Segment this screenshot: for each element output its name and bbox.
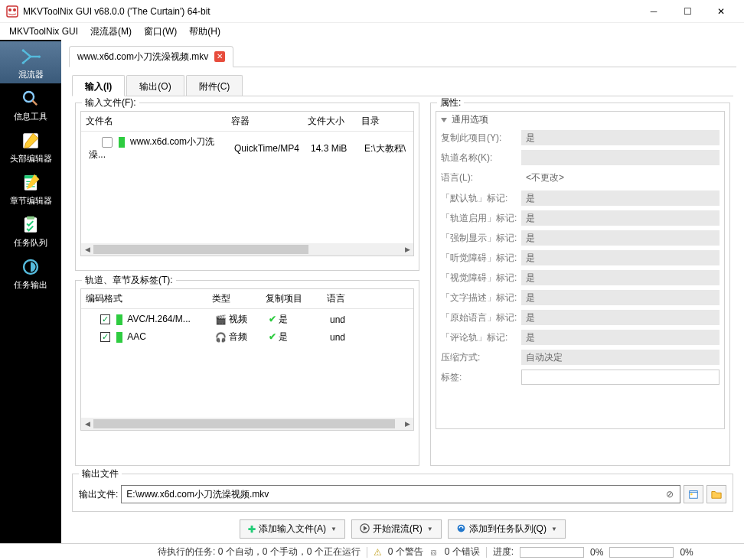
svg-point-6 [24,92,34,102]
horizontal-scrollbar[interactable]: ◀ ▶ [81,243,413,256]
add-to-queue-button[interactable]: 添加到任务队列(Q) ▼ [448,519,566,539]
sidebar-item-label: 头部编辑器 [10,153,52,164]
track-checkbox[interactable]: ✓ [100,332,110,342]
progress-label: 进度: [493,545,514,558]
dropdown-icon[interactable]: ▼ [551,526,557,532]
chapter-icon [18,172,43,194]
scroll-right-arrow[interactable]: ▶ [401,418,413,430]
track-type: 视频 [229,314,247,324]
prop-label: 「原始语言」标记: [441,311,521,324]
track-lang: und [325,314,410,326]
col-container[interactable]: 容器 [227,112,303,131]
tab-output[interactable]: 输出(O) [126,75,184,96]
menu-window[interactable]: 窗口(W) [138,24,183,40]
prop-tags[interactable] [521,370,720,385]
col-filename[interactable]: 文件名 [81,112,227,131]
tracks-list[interactable]: 编码格式 类型 复制项目 语言 ✓ [80,288,414,431]
col-codec[interactable]: 编码格式 [81,289,207,308]
prop-enabled-flag[interactable] [521,210,720,226]
prop-original-lang-flag[interactable] [521,310,720,325]
track-row[interactable]: ✓ AAC 🎧音频 ✔ 是 und [81,328,413,346]
action-bar: ✚ 添加输入文件(A) ▼ 开始混流(R) ▼ 添加到任务队列(Q) ▼ [69,515,736,543]
browse-folder-button[interactable] [706,485,726,503]
sidebar-item-job-output[interactable]: 任务输出 [0,252,61,294]
start-mux-button[interactable]: 开始混流(R) ▼ [351,519,442,539]
dropdown-icon[interactable]: ▼ [427,526,433,532]
track-row[interactable]: ✓ AVC/H.264/M... 🎬视频 ✔ 是 und [81,311,413,328]
status-indicator [119,137,125,148]
output-path-input[interactable]: E:\www.x6d.com小刀洗澡视频.mkv ⊘ [121,485,680,503]
col-copy[interactable]: 复制项目 [261,289,322,308]
scroll-left-arrow[interactable]: ◀ [81,243,93,256]
title-bar: MKVToolNix GUI v68.0.0 ('The Curtain') 6… [0,0,744,23]
sidebar-item-header-editor[interactable]: 头部编辑器 [0,125,61,168]
file-tabs: www.x6d.com小刀洗澡视频.mkv ✕ [69,46,736,67]
status-jobs: 待执行的任务: 0 个自动，0 个手动，0 个正在运行 [158,545,361,558]
sidebar-item-label: 章节编辑器 [10,195,52,207]
sidebar-item-label: 任务队列 [14,237,47,249]
prop-label: 「强制显示」标记: [441,232,521,245]
properties-list[interactable]: 通用选项 复制此项目(Y): 轨道名称(K): 语言(L):<不更改> 「默认轨… [436,111,725,429]
prop-track-name[interactable] [521,150,720,165]
scroll-right-arrow[interactable]: ▶ [401,243,413,256]
prop-compression[interactable] [521,350,720,365]
add-input-file-button[interactable]: ✚ 添加输入文件(A) ▼ [240,519,345,539]
prop-copy-item[interactable] [521,130,720,145]
tab-attachments[interactable]: 附件(C) [186,75,243,96]
edit-icon [18,130,43,151]
file-row[interactable]: www.x6d.com小刀洗澡... QuickTime/MP4 14.3 Mi… [81,133,413,164]
minimize-button[interactable]: ─ [637,0,671,23]
btn-label: 开始混流(R) [373,523,423,536]
status-indicator [116,332,122,343]
track-checkbox[interactable]: ✓ [100,314,110,324]
status-warnings[interactable]: 0 个警告 [388,545,423,558]
prop-section-header[interactable]: 通用选项 [436,112,724,128]
prop-visual-flag[interactable] [521,270,720,285]
col-directory[interactable]: 目录 [357,112,413,131]
scroll-left-arrow[interactable]: ◀ [81,418,93,430]
col-size[interactable]: 文件大小 [303,112,357,131]
prop-forced-flag[interactable] [521,230,720,246]
sidebar-item-chapter-editor[interactable]: 章节编辑器 [0,168,61,210]
btn-label: 添加到任务队列(Q) [469,523,547,536]
app-icon [6,5,18,18]
menu-help[interactable]: 帮助(H) [183,24,227,40]
prop-default-flag[interactable] [521,190,720,206]
close-tab-icon[interactable]: ✕ [214,51,225,62]
status-errors[interactable]: 0 个错误 [445,545,480,558]
tab-input[interactable]: 输入(I) [72,75,125,96]
prop-text-desc-flag[interactable] [521,290,720,305]
menu-muxer[interactable]: 混流器(M) [84,24,138,40]
sidebar-item-muxer[interactable]: 混流器 [0,41,61,83]
collapse-icon[interactable] [441,118,447,122]
input-files-list[interactable]: 文件名 容器 文件大小 目录 [80,111,414,256]
track-codec: AAC [127,331,146,342]
output-icon [18,256,43,278]
prop-hearing-flag[interactable] [521,250,720,265]
browse-file-button[interactable] [684,485,703,503]
col-type[interactable]: 类型 [207,289,261,308]
sidebar-item-job-queue[interactable]: 任务队列 [0,210,61,252]
prop-language[interactable]: <不更改> [521,170,720,186]
sidebar-item-label: 信息工具 [14,111,47,122]
dropdown-icon[interactable]: ▼ [331,526,337,532]
sidebar-item-info[interactable]: 信息工具 [0,83,61,125]
file-tab[interactable]: www.x6d.com小刀洗澡视频.mkv ✕ [69,46,233,67]
error-icon: ⦻ [429,547,439,558]
sidebar: 混流器 信息工具 头部编辑器 章节编辑器 任务队列 任务输出 [0,40,61,543]
prop-commentary-flag[interactable] [521,330,720,345]
svg-rect-10 [24,217,37,233]
close-button[interactable]: ✕ [704,0,738,23]
track-type: 音频 [229,331,247,342]
menu-app[interactable]: MKVToolNix GUI [3,24,84,38]
output-path-text: E:\www.x6d.com小刀洗澡视频.mkv [126,489,269,500]
maximize-button[interactable]: ☐ [671,0,704,23]
track-codec: AVC/H.264/M... [127,314,190,324]
prop-label: 轨道名称(K): [441,151,521,164]
prop-section-title: 通用选项 [452,113,488,126]
queue-icon [18,214,43,236]
clear-icon[interactable]: ⊘ [666,489,677,500]
col-lang[interactable]: 语言 [322,289,413,308]
horizontal-scrollbar[interactable]: ◀ ▶ [81,418,413,430]
status-indicator [116,314,122,325]
